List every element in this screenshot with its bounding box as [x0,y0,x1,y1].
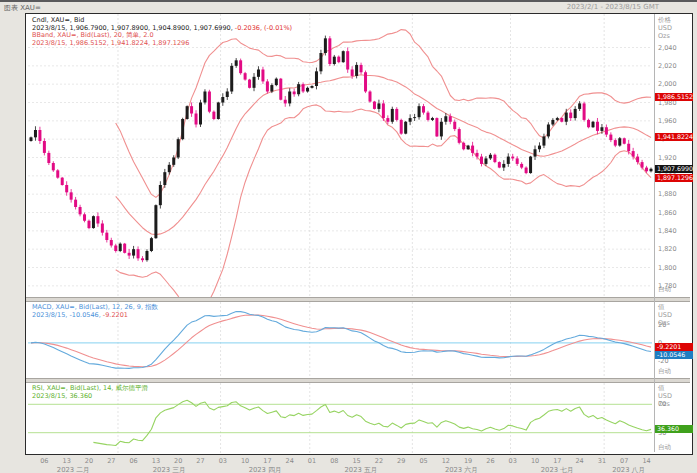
macd-axis-unit: USD [658,312,672,319]
bband-lower-badge: 1,897.1296 [655,174,693,182]
date-tick: 14 [642,457,650,465]
date-tick: 17 [263,457,271,465]
date-tick: 13 [152,457,160,465]
price-tick: 1,840 [658,228,677,235]
window-title[interactable]: 图表 XAU= [4,3,41,13]
macd-value-badge: -10.0546 [655,351,693,359]
date-tick: 24 [286,457,294,465]
date-tick: 17 [553,457,561,465]
bband-upper-badge: 1,986.5152 [655,93,693,101]
rsi-axis-title: 值 [658,385,665,392]
price-legend-change: -0.2036, (-0.01%) [233,24,292,32]
date-tick: 31 [598,457,606,465]
price-tick: 2,040 [658,45,677,52]
date-tick: 10 [241,457,249,465]
price-axis-unit2: Ozs [658,33,670,40]
date-tick: 01 [308,457,316,465]
chart-frame: Cndl, XAU=, Bid 2023/8/15, 1,906.7900, 1… [25,13,693,455]
rsi-value-badge: 36.360 [655,425,693,433]
date-tick: 19 [464,457,472,465]
date-tick: 22 [375,457,383,465]
month-label: 2023 五月 [345,465,378,473]
rsi-axis-auto[interactable]: 自动 [658,444,671,451]
price-tick: 1,820 [658,246,677,253]
date-tick: 29 [397,457,405,465]
price-tick: 1,800 [658,265,677,272]
price-tick: 1,920 [658,155,677,162]
date-tick: 08 [330,457,338,465]
date-tick: 27 [107,457,115,465]
macd-axis-title: 值 [658,304,665,311]
macd-legend-signal: -9.2201 [101,311,128,319]
date-range-label: 2023/2/1 - 2023/8/15 GMT [567,3,659,11]
date-tick: 05 [419,457,427,465]
title-bar: 图表 XAU= 2023/2/1 - 2023/8/15 GMT [0,2,697,13]
macd-axis-auto[interactable]: 自动 [658,368,671,375]
trading-chart-screen: { "window": { "title": "图表 XAU=", "date_… [0,0,697,473]
month-label: 2023 四月 [249,465,282,473]
macd-tick: 20 [658,322,666,329]
month-label: 2023 八月 [612,465,645,473]
date-tick: 06 [129,457,137,465]
macd-legend: MACD, XAU=, Bid(Last), 12, 26, 9, 指数 202… [32,304,158,319]
rsi-tick: 70 [658,401,666,408]
rsi-legend: RSI, XAU=, Bid(Last), 14, 威尔德平滑 2023/8/1… [32,385,148,400]
price-axis-title: 价格 [658,17,671,24]
price-tick: 2,000 [658,81,677,88]
date-tick: 24 [575,457,583,465]
price-tick: 2,020 [658,63,677,70]
date-tick: 20 [174,457,182,465]
date-tick: 03 [219,457,227,465]
bband-middle-badge: 1,941.8224 [655,133,693,141]
date-tick: 12 [442,457,450,465]
date-tick: 27 [196,457,204,465]
macd-signal-badge: -9.2201 [655,343,693,351]
month-label: 2023 二月 [57,465,90,473]
date-tick: 10 [531,457,539,465]
month-label: 2023 七月 [541,465,574,473]
price-tick: 1,780 [658,283,677,290]
date-tick: 20 [85,457,93,465]
price-tick: 1,860 [658,210,677,217]
date-tick: 13 [63,457,71,465]
macd-legend-value: 2023/8/15, -10.0546, [32,311,101,319]
time-axis[interactable]: 061320272023 二月061320272023 三月0310172420… [0,456,697,473]
date-tick: 15 [352,457,360,465]
axis-separator-line [654,14,655,452]
date-tick: 03 [509,457,517,465]
date-tick: 26 [486,457,494,465]
price-tick: 1,960 [658,118,677,125]
last-price-badge: 1,907.6990 [655,165,693,173]
price-legend: Cndl, XAU=, Bid 2023/8/15, 1,906.7900, 1… [32,17,292,47]
date-tick: 06 [40,457,48,465]
date-tick: 07 [620,457,628,465]
month-label: 2023 三月 [153,465,186,473]
price-tick: 1,880 [658,191,677,198]
rsi-legend-value: 2023/8/15, 36.360 [32,393,148,401]
price-pane-chart[interactable] [26,14,654,297]
month-label: 2023 六月 [445,465,478,473]
bband-legend-values: 2023/8/15, 1,986.5152, 1,941.8224, 1,897… [32,40,292,48]
rsi-axis-unit: USD [658,393,672,400]
price-axis-unit: USD [658,25,672,32]
